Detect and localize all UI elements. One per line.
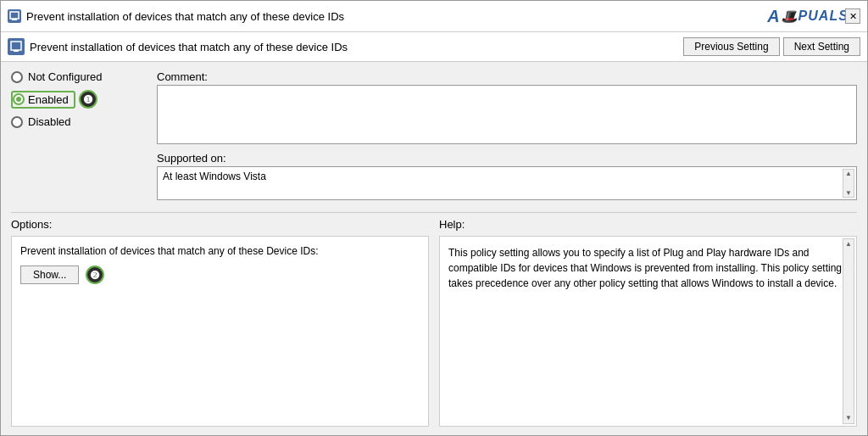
annotation-2: ❷ [86, 266, 104, 284]
radio-label-disabled: Disabled [28, 115, 71, 128]
help-panel: Help: This policy setting allows you to … [439, 218, 857, 427]
help-scroll-down-arrow[interactable]: ▼ [845, 413, 852, 423]
window-title: Prevent installation of devices that mat… [26, 10, 344, 23]
comment-label: Comment: [157, 70, 857, 83]
svg-rect-0 [10, 12, 19, 19]
main-window: Prevent installation of devices that mat… [0, 0, 868, 436]
radio-item-not-configured[interactable]: Not Configured [11, 70, 147, 83]
next-setting-button[interactable]: Next Setting [783, 37, 860, 56]
title-bar-left: Prevent installation of devices that mat… [8, 9, 344, 23]
watermark-text: A 🎩 PUALS [774, 6, 842, 26]
main-content: Not Configured Enabled ❶ Disabled [1, 62, 867, 435]
header-title: Prevent installation of devices that mat… [30, 41, 348, 53]
title-bar: Prevent installation of devices that mat… [1, 1, 867, 32]
svg-rect-2 [11, 42, 21, 50]
comment-input[interactable] [157, 85, 857, 144]
radio-label-enabled: Enabled [28, 93, 69, 106]
options-description: Prevent installation of devices that mat… [20, 245, 420, 257]
window-icon [8, 9, 21, 23]
supported-box: At least Windows Vista ▲ ▼ [157, 166, 857, 200]
header-left: Prevent installation of devices that mat… [8, 38, 348, 55]
comment-section: Comment: [157, 70, 857, 147]
top-section: Not Configured Enabled ❶ Disabled [11, 70, 857, 200]
help-scroll-up-arrow[interactable]: ▲ [845, 239, 852, 249]
watermark: A 🎩 PUALS [774, 6, 842, 26]
header-bar: Prevent installation of devices that mat… [1, 32, 867, 62]
help-text: This policy setting allows you to specif… [448, 247, 842, 289]
options-box: Prevent installation of devices that mat… [11, 236, 429, 427]
bottom-section: Options: Prevent installation of devices… [11, 218, 857, 427]
svg-rect-3 [14, 50, 19, 52]
options-panel: Options: Prevent installation of devices… [11, 218, 429, 427]
title-controls: A 🎩 PUALS ✕ [774, 6, 860, 26]
scroll-down-arrow[interactable]: ▼ [845, 189, 852, 197]
scroll-up-arrow[interactable]: ▲ [845, 170, 852, 177]
radio-not-configured[interactable] [11, 71, 23, 83]
radio-enabled[interactable] [13, 93, 25, 105]
options-label: Options: [11, 218, 429, 231]
supported-value: At least Windows Vista [163, 170, 851, 182]
annotation-1: ❶ [79, 90, 97, 109]
supported-section: Supported on: At least Windows Vista ▲ ▼ [157, 152, 857, 200]
close-button[interactable]: ✕ [845, 8, 860, 24]
radio-panel: Not Configured Enabled ❶ Disabled [11, 70, 147, 200]
radio-disabled[interactable] [11, 116, 23, 128]
prev-setting-button[interactable]: Previous Setting [683, 37, 779, 56]
help-label: Help: [439, 218, 857, 231]
radio-label-not-configured: Not Configured [28, 70, 102, 83]
show-button-wrapper: Show... ❷ [20, 266, 420, 284]
header-icon [8, 38, 25, 55]
help-box: This policy setting allows you to specif… [439, 236, 857, 427]
supported-label: Supported on: [157, 152, 857, 165]
divider [11, 212, 857, 213]
radio-item-disabled[interactable]: Disabled [11, 115, 147, 128]
header-buttons: Previous Setting Next Setting [683, 37, 860, 56]
radio-item-enabled[interactable]: Enabled ❶ [11, 90, 147, 109]
right-panel: Comment: Supported on: At least Windows … [157, 70, 857, 200]
show-button[interactable]: Show... [20, 266, 79, 284]
svg-rect-1 [12, 19, 17, 20]
